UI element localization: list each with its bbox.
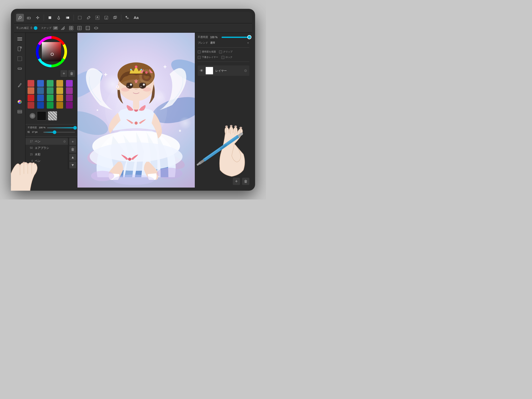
palette-color-swatch[interactable] bbox=[47, 87, 54, 94]
underlay-label: 下書きレイヤー bbox=[202, 56, 218, 59]
snap-grid-icon[interactable] bbox=[68, 25, 75, 31]
brush-list-item[interactable]: 17 ペン ⚙ bbox=[25, 138, 68, 145]
panel-brush-row: 17 ペン ⚙ 50 エアブラシ 15 水彩 4 ペン + 🗑 ▲ ▼ bbox=[25, 137, 77, 169]
eraser-tool[interactable] bbox=[25, 14, 33, 22]
snap-diagonal-icon[interactable] bbox=[59, 25, 66, 31]
palette-delete-button[interactable]: 🗑 bbox=[68, 70, 75, 77]
palette-color-swatch[interactable] bbox=[56, 95, 63, 101]
brush-add-button[interactable]: + bbox=[69, 138, 76, 145]
palette-color-swatch[interactable] bbox=[56, 102, 63, 109]
protect-alpha-checkbox[interactable]: 透明度を保護 bbox=[198, 50, 216, 54]
text-tool-label: Aa bbox=[132, 15, 140, 20]
palette-color-swatch[interactable] bbox=[66, 80, 73, 87]
palette-color-swatch[interactable] bbox=[47, 95, 54, 101]
palette-color-swatch[interactable] bbox=[37, 102, 44, 109]
layer-visibility-icon[interactable]: 👁 bbox=[200, 69, 203, 73]
palette-color-swatch[interactable] bbox=[66, 95, 73, 101]
palette-color-swatch[interactable] bbox=[37, 80, 44, 87]
palette-color-swatch[interactable] bbox=[47, 102, 54, 109]
undo-icon[interactable] bbox=[16, 177, 24, 185]
brush-settings-icon[interactable]: ⚙ bbox=[63, 140, 66, 143]
palette-color-swatch[interactable] bbox=[56, 80, 63, 87]
select-icon[interactable] bbox=[16, 55, 24, 63]
arrow-tool[interactable] bbox=[123, 14, 131, 22]
snap-circle-icon[interactable] bbox=[93, 25, 99, 31]
color-wheel[interactable] bbox=[35, 35, 68, 69]
svg-rect-19 bbox=[71, 28, 73, 30]
lock-checkbox[interactable]: ロック bbox=[221, 56, 232, 59]
canvas-area[interactable] bbox=[77, 33, 195, 188]
clip-box[interactable] bbox=[219, 50, 222, 54]
right-opacity-value: 100 % bbox=[210, 36, 217, 39]
text-tool[interactable]: Aa bbox=[132, 14, 140, 22]
select-rect-tool[interactable] bbox=[76, 14, 84, 22]
opacity-row: 不透明度 100 % bbox=[198, 35, 249, 39]
pen-tool[interactable] bbox=[16, 14, 24, 22]
svg-point-58 bbox=[179, 117, 192, 130]
svg-point-86 bbox=[97, 109, 98, 111]
palette-color-swatch[interactable] bbox=[28, 80, 34, 87]
background-color[interactable] bbox=[48, 111, 57, 121]
move-tool[interactable] bbox=[34, 14, 42, 22]
clip-checkbox[interactable]: クリップ bbox=[219, 50, 232, 54]
layer-row[interactable]: 👁 レイヤー ⚙ bbox=[198, 65, 249, 76]
palette-color-swatch[interactable] bbox=[28, 87, 34, 94]
stabilizer-slider[interactable] bbox=[34, 26, 37, 30]
fill-rect-tool[interactable] bbox=[46, 14, 54, 22]
snap-off-button[interactable]: off bbox=[53, 26, 58, 30]
layer-move-tool[interactable] bbox=[111, 14, 119, 22]
snap-perspective-icon[interactable] bbox=[76, 25, 83, 31]
snap-texture-icon[interactable] bbox=[84, 25, 91, 31]
palette-color-swatch[interactable] bbox=[37, 95, 44, 101]
palette-color-swatch[interactable] bbox=[28, 102, 34, 109]
select-lasso-tool[interactable] bbox=[102, 14, 110, 22]
palette-add-button[interactable]: + bbox=[61, 70, 67, 77]
eyedropper-tool[interactable] bbox=[85, 14, 92, 22]
brush-icon[interactable] bbox=[16, 81, 24, 89]
underlay-box[interactable] bbox=[198, 56, 201, 59]
layer-settings-icon[interactable]: ⚙ bbox=[244, 69, 247, 73]
blend-dropdown-arrow[interactable]: ▼ bbox=[247, 42, 249, 44]
palette-color-swatch[interactable] bbox=[56, 87, 63, 94]
brush-list-item[interactable]: 50 エアブラシ bbox=[25, 145, 68, 151]
ruler-icon[interactable] bbox=[16, 64, 24, 73]
foreground-color[interactable] bbox=[37, 111, 46, 121]
layer-add-button[interactable]: + bbox=[233, 178, 240, 185]
layers-icon[interactable] bbox=[16, 108, 24, 116]
protect-alpha-box[interactable] bbox=[198, 50, 201, 54]
palette-color-swatch[interactable] bbox=[28, 95, 34, 101]
brush-up-button[interactable]: ▲ bbox=[69, 154, 76, 161]
brush-list-item[interactable]: 15 水彩 bbox=[25, 151, 68, 158]
select-pen-tool[interactable] bbox=[94, 14, 101, 22]
opacity-slider-thumb[interactable] bbox=[247, 35, 251, 39]
brush-delete-button[interactable]: 🗑 bbox=[69, 146, 76, 153]
palette-color-swatch[interactable] bbox=[66, 87, 73, 94]
palette-color-swatch[interactable] bbox=[37, 87, 44, 94]
svg-point-70 bbox=[135, 65, 137, 68]
underlay-checkbox[interactable]: 下書きレイヤー bbox=[198, 56, 218, 59]
panel-left: + 🗑 bbox=[25, 33, 77, 188]
width-thumb[interactable] bbox=[53, 130, 56, 134]
color-mode-button[interactable] bbox=[30, 113, 35, 119]
menu-icon[interactable] bbox=[16, 35, 24, 43]
width-slider-track[interactable] bbox=[43, 132, 75, 133]
svg-line-33 bbox=[20, 47, 22, 48]
brush-list-item[interactable]: 4 ペン bbox=[25, 158, 68, 164]
palette-color-swatch[interactable] bbox=[66, 102, 73, 109]
palette-color-swatch[interactable] bbox=[47, 80, 54, 87]
brush-down-button[interactable]: ▼ bbox=[69, 162, 76, 168]
opacity-slider-track[interactable] bbox=[47, 127, 75, 128]
svg-rect-34 bbox=[18, 57, 22, 61]
width-slider-row: 幅 17 px bbox=[28, 130, 75, 134]
lock-box[interactable] bbox=[221, 56, 224, 59]
bucket-tool[interactable] bbox=[55, 14, 63, 22]
svg-rect-43 bbox=[18, 110, 22, 111]
opacity-thumb[interactable] bbox=[73, 126, 77, 130]
color-icon[interactable] bbox=[16, 98, 24, 106]
gradient-tool[interactable] bbox=[64, 14, 71, 22]
layer-delete-button[interactable]: 🗑 bbox=[242, 178, 249, 185]
opacity-slider[interactable] bbox=[222, 37, 249, 38]
lock-label: ロック bbox=[225, 56, 232, 59]
new-file-icon[interactable] bbox=[16, 45, 24, 53]
redo-icon[interactable] bbox=[16, 167, 24, 176]
